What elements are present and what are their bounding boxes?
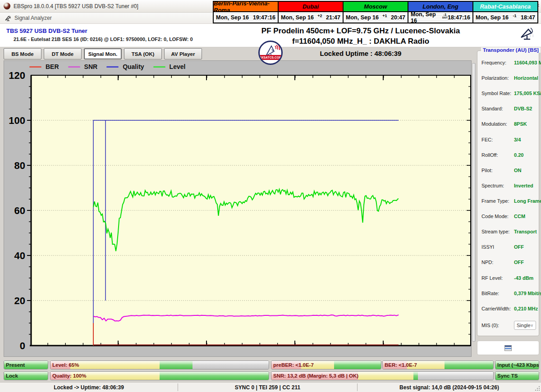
transponder-label: ISSYI bbox=[481, 244, 514, 250]
y-axis-label: 0 bbox=[20, 340, 25, 351]
y-axis-label: 60 bbox=[14, 205, 25, 216]
dxsatcs-logo: DXSATCS.COM bbox=[258, 41, 283, 65]
y-axis-label: 80 bbox=[14, 160, 25, 171]
transponder-label: BitRate: bbox=[481, 291, 514, 296]
status-bar-snr: SNR: 13,2 dB (Margin: 5,3 dB | OK) bbox=[271, 371, 494, 380]
y-axis-label: 20 bbox=[14, 295, 25, 306]
transponder-row-mis: MIS (0):Single∨ bbox=[477, 320, 539, 330]
status-best-signal: Best signal: 14,0 dB (2024-09-15 04:26) bbox=[358, 383, 541, 392]
transponder-row: Symbol Rate:175,005 KS/s bbox=[477, 90, 539, 97]
status-bar-input-423-kbps-: Input (~423 Kbps) bbox=[495, 360, 539, 369]
status-uptime: Locked -> Uptime: 48:06:39 bbox=[0, 383, 178, 392]
bar-label: BER: <1.0E-7 bbox=[385, 361, 417, 369]
transponder-row: Modulation:8PSK bbox=[477, 120, 539, 128]
status-bar-preber: preBER: <1.0E-7 bbox=[271, 360, 381, 369]
transponder-label: RollOff: bbox=[481, 152, 514, 158]
transponder-label: MIS (0): bbox=[481, 323, 514, 328]
bar-label: Lock bbox=[6, 372, 18, 380]
transponder-value: 175,005 KS/s bbox=[514, 91, 541, 96]
chevron-down-icon: ∨ bbox=[531, 323, 534, 328]
clock-zone: London, EngMon, Sep 16-1DST18:47:16 bbox=[408, 2, 473, 23]
stacked-list-icon bbox=[504, 345, 512, 351]
app-icon bbox=[4, 3, 10, 9]
transponder-value: OFF bbox=[514, 244, 524, 250]
transponder-row: ISSYIOFF bbox=[477, 243, 539, 251]
clock-zone: Berlin-Paris-Vienna-RomaMon, Sep 1619:47… bbox=[214, 2, 279, 23]
transponder-row: Pilot:ON bbox=[477, 167, 539, 174]
resize-grip[interactable] bbox=[535, 386, 540, 391]
bar-label: SNR: 13,2 dB (Margin: 5,3 dB | OK) bbox=[273, 372, 358, 380]
transponder-label: Modulation: bbox=[481, 121, 514, 127]
transponder-row: Spectrum:Inverted bbox=[477, 182, 539, 189]
chart-plot: 020406080100120 bbox=[4, 61, 472, 357]
transponder-row: CarrierWidth:0,210 MHz bbox=[477, 305, 539, 312]
transponder-label: NPD: bbox=[481, 260, 514, 265]
mode-button-bs-mode[interactable]: BS Mode bbox=[4, 48, 41, 59]
tuner-name: TBS 5927 USB DVB-S2 Tuner bbox=[6, 27, 87, 34]
tuner-details: 21.6E - Eutelsat 21B SES 16 (ID: 0216) @… bbox=[14, 36, 193, 42]
clock-zone-name: Rabat-Casablanca bbox=[473, 2, 537, 12]
clock-zone-time: Mon, Sep 16+221:47 bbox=[279, 12, 343, 23]
status-bar-sync-ts: Sync TS bbox=[495, 371, 539, 380]
transponder-label: Frame Type: bbox=[481, 198, 514, 204]
bar-label: preBER: <1.0E-7 bbox=[273, 361, 314, 369]
mode-button-tsa-ok-[interactable]: TSA (OK) bbox=[124, 48, 162, 59]
mode-button-av-player[interactable]: AV Player bbox=[164, 48, 202, 59]
svg-text:⋮⋮: ⋮⋮ bbox=[529, 34, 534, 37]
transponder-value: Long Frame bbox=[514, 198, 541, 204]
transponder-row: Polarization:Horizontal bbox=[477, 74, 539, 82]
logo-text: DXSATCS.COM bbox=[259, 56, 282, 59]
y-axis-label: 100 bbox=[9, 115, 25, 126]
status-bar-present: Present bbox=[4, 360, 48, 369]
transponder-label: Symbol Rate: bbox=[481, 91, 514, 96]
transponder-value: 0,379 Mbit/s bbox=[514, 291, 541, 296]
feed-title-line1: PF Prodelin 450cm+ LOF=9.75 GHz / Lucene… bbox=[252, 27, 469, 36]
mis-dropdown[interactable]: Single∨ bbox=[514, 321, 536, 330]
mode-button-signal-mon-[interactable]: Signal Mon. bbox=[84, 48, 122, 59]
feed-title-line2: f=11604,050 MHz_H_ : DAKHLA Radio bbox=[252, 37, 469, 46]
satellite-dish-icon bbox=[5, 15, 12, 21]
transponder-row: Frame Type:Long Frame bbox=[477, 197, 539, 205]
transponder-row: Frequency:11604,093 MHz bbox=[477, 59, 539, 66]
transponder-label: FEC: bbox=[481, 137, 514, 142]
transponder-value: Transport bbox=[514, 229, 537, 234]
clock-zone-time: Mon, Sep 16-118:47 bbox=[473, 12, 537, 23]
y-axis-label: 120 bbox=[9, 70, 25, 81]
transponder-label: Standard: bbox=[481, 106, 514, 111]
transponder-value: 0.20 bbox=[514, 152, 523, 158]
transponder-row: BitRate:0,379 Mbit/s bbox=[477, 290, 539, 297]
mis-selected-value: Single bbox=[517, 323, 531, 328]
transponder-panel-title: Transponder (AU) [BS] bbox=[481, 47, 541, 53]
transponder-row: Standard:DVB-S2 bbox=[477, 105, 539, 112]
clock-zone-name: Moscow bbox=[344, 2, 408, 12]
status-bar-quality: Quality: 100% bbox=[50, 371, 269, 380]
clock-zone-name: Dubai bbox=[279, 2, 343, 12]
signal-chart: BERSNRQualityLevel 020406080100120 bbox=[4, 60, 472, 357]
transponder-row: Code Mode:CCM bbox=[477, 213, 539, 220]
transponder-row: RollOff:0.20 bbox=[477, 151, 539, 159]
satellite-dish-icon-right: ⋮⋮ bbox=[519, 27, 535, 42]
status-bar: Locked -> Uptime: 48:06:39 SYNC 0 | TEI … bbox=[0, 382, 541, 392]
transponder-row: FEC:3/4 bbox=[477, 136, 539, 143]
transponder-value: 8PSK bbox=[514, 121, 527, 127]
transponder-value: CCM bbox=[514, 214, 525, 219]
clock-zone: MoscowMon, Sep 16+120:47 bbox=[344, 2, 408, 23]
y-axis-label: 40 bbox=[14, 250, 25, 261]
bar-label: Present bbox=[6, 361, 25, 369]
transponder-value: 3/4 bbox=[514, 137, 521, 142]
clock-zone-time: Mon, Sep 16+120:47 bbox=[344, 12, 408, 23]
transponder-value: OFF bbox=[514, 260, 524, 265]
logo-banner: DXSATCS.COM bbox=[260, 55, 281, 60]
transponder-label: CarrierWidth: bbox=[481, 306, 514, 311]
transponder-label: Spectrum: bbox=[481, 183, 514, 188]
transponder-row: RF Level:-43 dBm bbox=[477, 274, 539, 282]
clock-zone-name: Berlin-Paris-Vienna-Roma bbox=[214, 2, 278, 12]
transponder-label: Pilot: bbox=[481, 168, 514, 173]
transponder-row: Stream type:Transport bbox=[477, 228, 539, 235]
locked-uptime: Locked Uptime : 48:06:39 bbox=[289, 50, 433, 57]
status-bar-lock: Lock bbox=[4, 371, 48, 380]
transponder-value: 0,210 MHz bbox=[514, 306, 538, 311]
mode-button-dt-mode[interactable]: DT Mode bbox=[44, 48, 82, 59]
panel-toggle-button[interactable] bbox=[477, 341, 539, 355]
vertical-scrollbar[interactable] bbox=[472, 63, 476, 342]
